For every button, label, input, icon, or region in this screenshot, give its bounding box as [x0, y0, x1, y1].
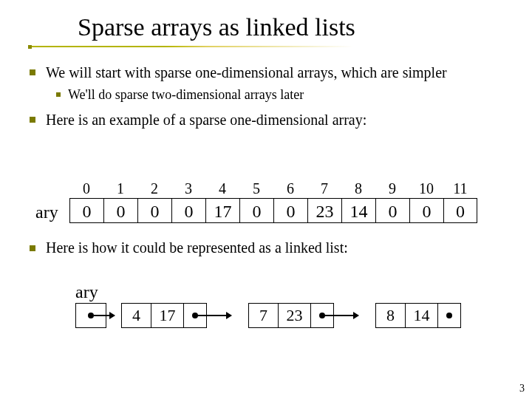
linked-list-head — [75, 303, 106, 328]
linked-list-label: ary — [75, 282, 98, 302]
node-pointer — [310, 303, 334, 328]
node-value: 17 — [151, 303, 183, 328]
content-area: We will start with sparse one-dimensiona… — [30, 64, 502, 132]
node-index: 7 — [248, 303, 278, 328]
array-index: 9 — [375, 180, 409, 198]
arrow-icon — [324, 315, 358, 316]
bullet-1a-text: We'll do sparse two-dimensional arrays l… — [68, 86, 502, 103]
title-underline — [28, 46, 353, 47]
node-value: 14 — [405, 303, 437, 328]
bullet-icon — [30, 69, 35, 75]
linked-list-node: 8 14 — [375, 303, 461, 328]
array-cell: 0 — [443, 198, 477, 223]
array-cell: 0 — [375, 198, 409, 223]
pointer-dot-icon — [446, 313, 452, 318]
array-index: 7 — [307, 180, 341, 198]
bullet-icon — [30, 117, 35, 123]
bullet-3-text: Here is how it could be represented as a… — [46, 239, 502, 256]
array-cell: 0 — [409, 198, 443, 223]
bullet-1a: We'll do sparse two-dimensional arrays l… — [56, 86, 502, 103]
slide: Sparse arrays as linked lists We will st… — [0, 0, 532, 399]
bullet-3: Here is how it could be represented as a… — [30, 239, 502, 256]
arrow-icon — [197, 315, 231, 316]
bullet-2: Here is an example of a sparse one-dimen… — [30, 111, 502, 129]
array-index: 11 — [443, 180, 477, 198]
bullet-1-text: We will start with sparse one-dimensiona… — [46, 64, 502, 82]
linked-list-node: 4 17 — [121, 303, 207, 328]
title-underline-dot — [28, 45, 32, 49]
array-index: 2 — [137, 180, 171, 198]
array-index: 5 — [239, 180, 273, 198]
pointer-dot-icon — [88, 313, 94, 318]
array-index: 3 — [171, 180, 205, 198]
array-cell: 0 — [171, 198, 205, 223]
bullet-icon — [30, 245, 35, 251]
array-value-row: 0 0 0 0 17 0 0 23 14 0 0 0 — [69, 198, 477, 223]
node-value: 23 — [278, 303, 310, 328]
array-index: 0 — [69, 180, 103, 198]
node-index: 8 — [375, 303, 405, 328]
array-index: 4 — [205, 180, 239, 198]
array-cell: 14 — [341, 198, 375, 223]
array-cell: 17 — [205, 198, 239, 223]
array-label: ary — [35, 202, 58, 222]
array-cell: 23 — [307, 198, 341, 223]
bullet-icon — [56, 92, 61, 97]
arrow-icon — [94, 315, 115, 316]
array-cell: 0 — [239, 198, 273, 223]
node-pointer — [437, 303, 461, 328]
node-index: 4 — [121, 303, 151, 328]
array-index: 8 — [341, 180, 375, 198]
bullet-2-text: Here is an example of a sparse one-dimen… — [46, 111, 502, 129]
array-index: 1 — [103, 180, 137, 198]
array-index: 10 — [409, 180, 443, 198]
linked-list-node: 7 23 — [248, 303, 334, 328]
bullet-1: We will start with sparse one-dimensiona… — [30, 64, 502, 82]
array-cell: 0 — [69, 198, 103, 223]
array-cell: 0 — [103, 198, 137, 223]
array-grid: 0 1 2 3 4 5 6 7 8 9 10 11 0 0 0 0 17 0 0 — [69, 180, 477, 223]
array-index: 6 — [273, 180, 307, 198]
page-number: 3 — [519, 383, 525, 395]
slide-title: Sparse arrays as linked lists — [78, 13, 355, 41]
array-cell: 0 — [137, 198, 171, 223]
array-cell: 0 — [273, 198, 307, 223]
array-index-row: 0 1 2 3 4 5 6 7 8 9 10 11 — [69, 180, 477, 198]
node-pointer — [183, 303, 207, 328]
